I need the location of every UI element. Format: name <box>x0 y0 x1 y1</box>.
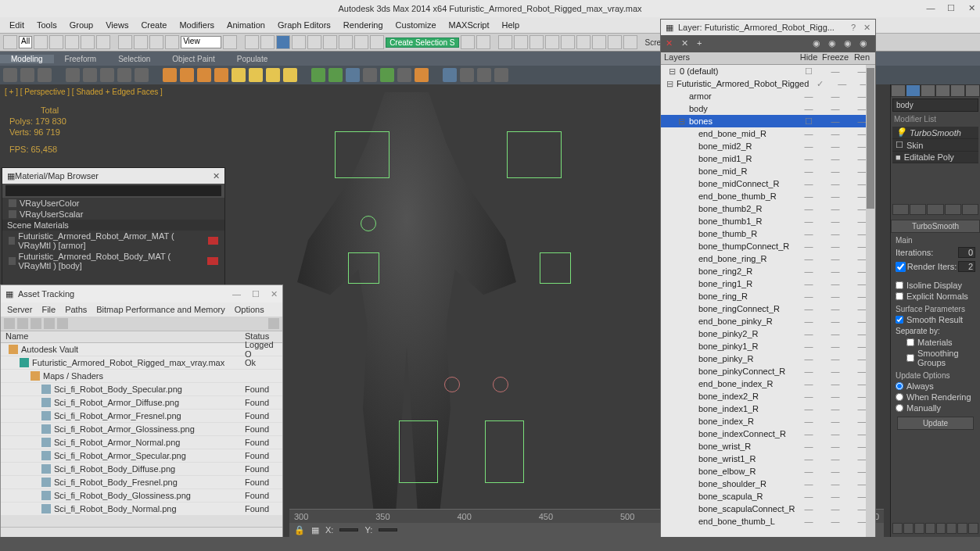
asset-menu-item[interactable]: Server <box>7 305 32 314</box>
ribbon-tab-selection[interactable]: Selection <box>107 55 161 63</box>
tool-btn[interactable] <box>49 35 63 49</box>
layer-row[interactable]: bone_thumb_R——— <box>661 227 875 240</box>
stack-btn[interactable] <box>910 204 926 215</box>
scrollbar[interactable] <box>866 65 875 549</box>
object-name-field[interactable]: body <box>892 98 978 112</box>
sep-mat-check[interactable] <box>906 338 914 346</box>
asset-tool[interactable] <box>268 318 279 329</box>
layer-row[interactable]: bone_thumb1_R——— <box>661 215 875 227</box>
ribbon-icon[interactable] <box>232 68 246 82</box>
ribbon-icon[interactable] <box>328 68 343 82</box>
layer-row[interactable]: bone_wrist1_R——— <box>661 453 875 465</box>
ribbon-icon[interactable] <box>415 68 429 82</box>
layer-row[interactable]: bone_wrist_R——— <box>661 440 875 453</box>
mat-row[interactable]: VRayUserColor <box>2 198 224 209</box>
layer-row[interactable]: bone_ring1_R——— <box>661 277 875 290</box>
tool-btn[interactable] <box>514 35 528 49</box>
play-btn[interactable] <box>946 523 957 534</box>
named-sel-dropdown[interactable]: Create Selection S <box>386 38 458 48</box>
asset-tool[interactable] <box>4 318 15 329</box>
layer-row[interactable]: bone_index2_R——— <box>661 390 875 403</box>
layer-row[interactable]: end_bone_pinky_R——— <box>661 315 875 327</box>
ribbon-icon[interactable] <box>477 68 491 82</box>
layer-row[interactable]: bone_ring2_R——— <box>661 265 875 277</box>
ribbon-icon[interactable] <box>83 68 97 82</box>
tab-motion[interactable] <box>935 84 950 97</box>
rig-helper[interactable] <box>540 252 571 284</box>
ribbon-icon[interactable] <box>3 68 17 82</box>
rig-helper[interactable] <box>399 420 438 483</box>
asset-row[interactable]: Sci_fi_Robot_Body_Specular.pngFound <box>1 383 282 396</box>
ribbon-icon[interactable] <box>214 68 228 82</box>
tool-btn[interactable] <box>476 35 490 49</box>
tool-btn[interactable] <box>118 35 132 49</box>
ribbon-icon[interactable] <box>346 68 360 82</box>
asset-row[interactable]: Sci_fi_Robot_Body_Normal.pngFound <box>1 503 282 516</box>
asset-row[interactable]: Sci_fi_Robot_Armor_Normal.pngFound <box>1 436 282 449</box>
menu-group[interactable]: Group <box>63 20 100 30</box>
upd-always-radio[interactable] <box>896 382 903 390</box>
mat-header[interactable]: Scene Materials <box>2 220 224 231</box>
ribbon-icon[interactable] <box>66 68 80 82</box>
asset-row[interactable]: Sci_fi_Robot_Armor_Diffuse.pngFound <box>1 396 282 410</box>
coord-y-field[interactable] <box>379 528 397 531</box>
sep-grp-check[interactable] <box>906 354 914 362</box>
tool-btn[interactable] <box>260 35 275 49</box>
tool-btn[interactable] <box>529 35 544 49</box>
tool-btn[interactable] <box>65 35 79 49</box>
layer-row[interactable]: end_bone_index_R——— <box>661 377 875 390</box>
layer-row[interactable]: ⊟Futuristic_Armored_Robot_Rigged✓—— <box>661 77 875 90</box>
tool-btn[interactable] <box>165 35 179 49</box>
tool-btn[interactable] <box>134 35 148 49</box>
rig-helper[interactable] <box>493 377 508 392</box>
menu-modifiers[interactable]: Modifiers <box>173 20 221 30</box>
layer-row[interactable]: bone_scapulaConnect_R——— <box>661 503 875 515</box>
play-btn[interactable] <box>903 523 914 534</box>
layer-row[interactable]: end_bone_thumb_R——— <box>661 190 875 202</box>
asset-row[interactable]: Futuristic_Armored_Robot_Rigged_max_vray… <box>1 356 282 370</box>
stack-btn[interactable] <box>945 204 961 215</box>
col-layers[interactable]: Layers <box>661 52 795 64</box>
ribbon-icon[interactable] <box>460 68 474 82</box>
iterations-spinner[interactable]: 0 <box>958 247 975 258</box>
stack-btn[interactable] <box>927 204 943 215</box>
ribbon-icon[interactable] <box>38 68 52 82</box>
layer-row[interactable]: ⊟bones☐—— <box>661 115 875 127</box>
tool-btn[interactable] <box>81 35 95 49</box>
tool-btn[interactable] <box>370 35 384 49</box>
ribbon-icon[interactable] <box>266 68 280 82</box>
layer-row[interactable]: bone_index_R——— <box>661 415 875 428</box>
coord-x-field[interactable] <box>339 528 358 531</box>
tool-btn[interactable] <box>223 35 237 49</box>
asset-row[interactable]: Sci_fi_Robot_Armor_Specular.pngFound <box>1 449 282 463</box>
layer-tool[interactable]: ◉ <box>813 38 824 49</box>
rig-helper[interactable] <box>361 216 376 231</box>
tool-btn[interactable] <box>576 35 591 49</box>
ribbon-icon[interactable] <box>283 68 297 82</box>
scrollbar[interactable] <box>1 516 282 527</box>
mat-row[interactable]: VRayUserScalar <box>2 209 224 220</box>
ribbon-tab-object-paint[interactable]: Object Paint <box>161 55 225 63</box>
layer-row[interactable]: end_bone_mid_R——— <box>661 127 875 140</box>
asset-tool[interactable] <box>31 318 41 329</box>
upd-manual-radio[interactable] <box>896 404 903 412</box>
layer-row[interactable]: bone_thumb2_R——— <box>661 202 875 215</box>
asset-row[interactable]: Sci_fi_Robot_Armor_Fresnel.pngFound <box>1 410 282 423</box>
layer-row[interactable]: bone_pinky1_R——— <box>661 340 875 352</box>
layer-row[interactable]: bone_ring_R——— <box>661 290 875 302</box>
col-ren[interactable]: Ren <box>849 52 875 64</box>
ribbon-icon[interactable] <box>249 68 263 82</box>
rig-helper[interactable] <box>485 420 524 483</box>
menu-tools[interactable]: Tools <box>31 20 63 30</box>
asset-row[interactable]: Sci_fi_Robot_Armor_Glossiness.pngFound <box>1 423 282 436</box>
tool-btn[interactable] <box>608 35 622 49</box>
tool-btn[interactable] <box>3 35 17 49</box>
ribbon-icon[interactable] <box>20 68 34 82</box>
tool-btn[interactable] <box>323 35 337 49</box>
asset-menu-item[interactable]: Paths <box>65 305 87 314</box>
layer-row[interactable]: bone_mid_R——— <box>661 165 875 177</box>
layer-row[interactable]: armor——— <box>661 90 875 102</box>
asset-row[interactable]: Autodesk VaultLogged O <box>1 343 282 356</box>
ribbon-icon[interactable] <box>180 68 194 82</box>
ribbon-tab-modeling[interactable]: Modeling <box>0 55 54 63</box>
